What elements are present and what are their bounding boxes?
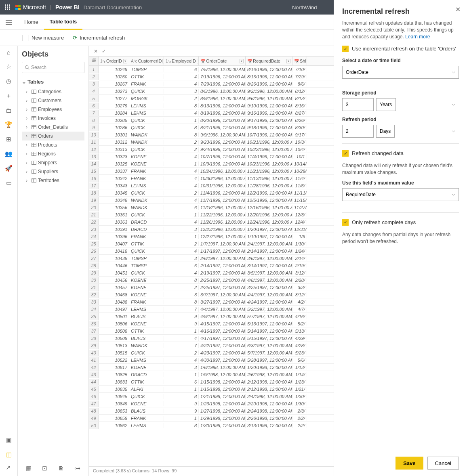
document-name: NorthWind: [292, 4, 317, 10]
checkbox-checked-icon[interactable]: ✓: [342, 150, 349, 157]
model-view-icon[interactable]: ⊡: [42, 465, 49, 472]
col-employeeid[interactable]: 1²₃EmployeeID▾: [164, 57, 199, 65]
table-icon: [32, 178, 36, 182]
partial-days-description: Any data changes from partial days in yo…: [342, 231, 459, 245]
sidebar-item-employees[interactable]: ›Employees: [22, 105, 84, 114]
rail-apps-icon[interactable]: ⊞: [5, 136, 13, 143]
refresh-changed-checkbox-row[interactable]: ✓ Refresh changed data: [342, 150, 459, 157]
chevron-right-icon: ›: [26, 98, 30, 103]
panel-description: Incremental refresh updates data that ha…: [342, 20, 459, 40]
sidebar-item-customers[interactable]: ›Customers: [22, 96, 84, 105]
table-icon: [32, 134, 36, 138]
text-type-icon: Aᵇc: [131, 59, 137, 63]
date-field-label: Select a date or time field: [342, 58, 459, 63]
changed-data-description: Changed data will only refresh if your c…: [342, 162, 459, 176]
search-input[interactable]: Search: [22, 62, 84, 73]
close-icon[interactable]: ✕: [455, 6, 461, 13]
app-launcher-icon[interactable]: [5, 4, 11, 10]
tab-table-tools[interactable]: Table tools: [44, 15, 83, 30]
col-orderdate[interactable]: 📅OrderDate▾: [199, 57, 246, 65]
objects-sidebar: Objects Search ⌄ Tables ›Categories›Cust…: [18, 46, 89, 476]
rail-recent-icon[interactable]: ◷: [5, 78, 13, 85]
sidebar-item-invoices[interactable]: ›Invoices: [22, 114, 84, 123]
chevron-down-icon[interactable]: ▾: [240, 59, 244, 63]
chevron-down-icon[interactable]: ▾: [286, 59, 290, 63]
left-rail: ⌂ ☆ ◷ ＋ 🗀 🏆 ⊞ 👥 🚀 ▭ ▣ ◫: [0, 46, 18, 476]
rail-datamart-icon[interactable]: ◫: [5, 451, 13, 458]
sidebar-item-suppliers[interactable]: ›Suppliers: [22, 167, 84, 176]
panel-title: Incremental refresh: [342, 7, 459, 16]
chevron-down-icon[interactable]: ▾: [123, 59, 127, 63]
rail-home-icon[interactable]: ⌂: [5, 48, 13, 56]
storage-unit-select[interactable]: Years: [376, 98, 396, 111]
col-shipped[interactable]: 📅Shi: [292, 57, 307, 65]
chevron-right-icon: ›: [26, 142, 30, 148]
sidebar-item-orders[interactable]: ›Orders: [22, 132, 84, 140]
brand-text: Microsoft: [23, 4, 46, 10]
context-text: Datamart Documentation: [84, 4, 142, 10]
col-orderid[interactable]: 1²₃OrderID▾: [99, 57, 129, 65]
rail-favorites-icon[interactable]: ☆: [5, 63, 13, 70]
max-field-label: Use this field's maximum value: [342, 180, 459, 186]
rail-shared-icon[interactable]: 👥: [5, 150, 13, 157]
save-button[interactable]: Save: [395, 457, 423, 470]
relationships-icon[interactable]: ⊶: [74, 465, 82, 472]
refresh-period-label: Refresh period: [342, 117, 459, 122]
rail-goals-icon[interactable]: 🏆: [5, 121, 13, 128]
new-measure-button[interactable]: New measure: [23, 35, 64, 41]
complete-days-checkbox-row[interactable]: ✓ Only refresh complete days: [342, 219, 459, 226]
chevron-right-icon: ›: [26, 115, 30, 121]
expand-icon[interactable]: ↗: [6, 464, 11, 471]
refresh-icon: ⟳: [73, 35, 77, 41]
table-icon: [32, 116, 36, 120]
measure-icon: [23, 35, 29, 41]
date-type-icon: 📅: [200, 59, 205, 63]
refresh-unit-select[interactable]: Days: [376, 125, 395, 138]
sidebar-title: Objects: [22, 50, 84, 59]
rail-deploy-icon[interactable]: 🚀: [5, 165, 13, 172]
query-view-icon[interactable]: 🗎: [58, 465, 65, 472]
svg-line-1: [28, 68, 29, 69]
tab-home[interactable]: Home: [19, 15, 44, 30]
rail-learn-icon[interactable]: ▭: [5, 179, 13, 187]
cancel-button[interactable]: Cancel: [427, 457, 459, 470]
view-switcher: ▦ ⊡ 🗎 ⊶: [18, 460, 89, 476]
number-type-icon: 1²₃: [100, 59, 105, 63]
chevron-right-icon: ›: [26, 151, 30, 157]
sidebar-item-regions[interactable]: ›Regions: [22, 149, 84, 158]
table-icon: [32, 125, 36, 129]
svg-point-0: [25, 66, 29, 69]
sidebar-item-products[interactable]: ›Products: [22, 140, 84, 149]
table-icon: [32, 99, 36, 103]
max-field-select[interactable]: RequiredDate: [342, 188, 459, 201]
sidebar-item-categories[interactable]: ›Categories: [22, 87, 84, 96]
checkbox-checked-icon[interactable]: ✓: [342, 46, 349, 52]
col-requireddate[interactable]: 📅RequiredDate▾: [246, 57, 292, 65]
date-field-select[interactable]: OrderDate: [342, 66, 459, 79]
incremental-refresh-button[interactable]: ⟳ Incremental refresh: [73, 35, 125, 41]
col-customerid[interactable]: AᵇcCustomerID▾: [129, 57, 164, 65]
sidebar-item-territories[interactable]: ›Territories: [22, 176, 84, 185]
table-view-icon[interactable]: ▦: [26, 465, 33, 472]
rail-workspaces-icon[interactable]: ▣: [5, 436, 13, 444]
cancel-formula-icon[interactable]: ✕: [94, 48, 98, 54]
accept-formula-icon[interactable]: ✓: [102, 48, 106, 54]
product-text: Power BI: [55, 4, 80, 10]
sidebar-item-shippers[interactable]: ›Shippers: [22, 158, 84, 167]
corner-cell[interactable]: ▦: [89, 57, 99, 65]
rail-create-icon[interactable]: ＋: [5, 92, 13, 99]
hamburger-icon[interactable]: [6, 19, 12, 26]
learn-more-link[interactable]: Learn more: [405, 34, 430, 40]
date-type-icon: 📅: [247, 59, 252, 63]
date-type-icon: 📅: [294, 59, 299, 63]
rail-datasets-icon[interactable]: 🗀: [5, 107, 13, 114]
storage-value-input[interactable]: [342, 98, 374, 111]
chevron-right-icon: ›: [26, 178, 30, 183]
chevron-right-icon: ›: [26, 160, 30, 166]
checkbox-checked-icon[interactable]: ✓: [342, 219, 349, 226]
sidebar-item-order_details[interactable]: ›Order_Details: [22, 123, 84, 132]
use-incremental-checkbox-row[interactable]: ✓ Use incremental refresh on the table '…: [342, 46, 459, 52]
refresh-value-input[interactable]: [342, 125, 374, 138]
sidebar-group-tables[interactable]: ⌄ Tables: [22, 79, 84, 85]
chevron-right-icon: ›: [26, 89, 30, 94]
